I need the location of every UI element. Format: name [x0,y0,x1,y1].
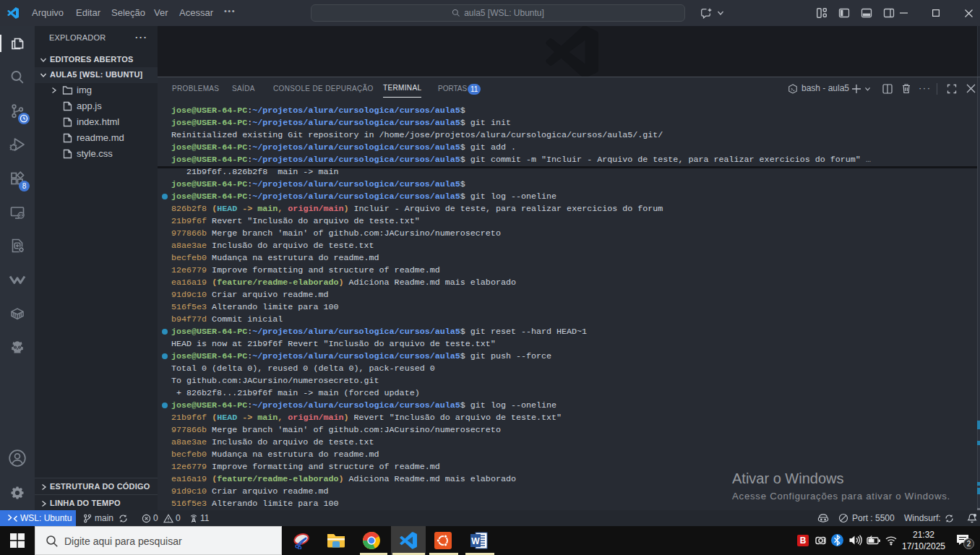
svg-text:W: W [471,536,480,546]
